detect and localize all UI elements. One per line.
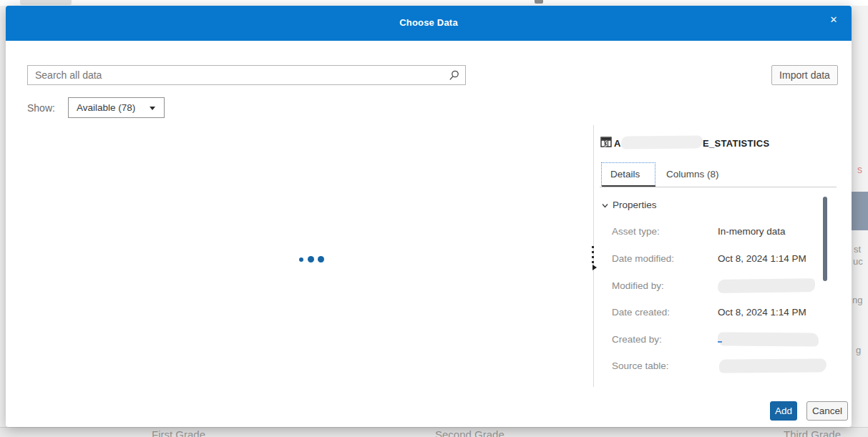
background-chart-label-third-grade: Third Grade [784, 428, 841, 437]
background-right-fragment-red: s [857, 164, 862, 175]
show-label: Show: [27, 102, 55, 114]
property-row-date-created: Date created: Oct 8, 2024 1:14 PM [612, 307, 841, 320]
close-icon[interactable]: ✕ [824, 11, 843, 29]
properties-section-header[interactable]: Properties [602, 200, 688, 212]
in-memory-table-icon [600, 137, 613, 149]
screen: First Grade Second Grade Third Grade s s… [0, 0, 868, 437]
splitter-collapse-arrow-icon[interactable] [593, 265, 597, 270]
background-top-text-fragment [535, 0, 543, 4]
loading-dot [299, 257, 303, 262]
property-value: Oct 8, 2024 1:14 PM [718, 307, 806, 318]
loading-dot [318, 256, 324, 262]
property-row-date-modified: Date modified: Oct 8, 2024 1:14 PM [612, 253, 841, 266]
dialog-title: Choose Data [6, 17, 852, 28]
background-top-strip [0, 0, 868, 6]
add-button[interactable]: Add [770, 401, 797, 421]
property-label: Date modified: [612, 253, 674, 264]
property-label: Source table: [612, 360, 669, 371]
property-row-source-table: Source table: [612, 360, 841, 373]
loading-dot [308, 256, 314, 262]
tab-details-label: Details [610, 169, 640, 180]
loading-indicator [299, 254, 332, 264]
property-label: Modified by: [612, 280, 664, 291]
background-right-fragment-3: ng [852, 295, 862, 305]
search-box [27, 65, 466, 85]
property-row-created-by: Created by: [612, 334, 841, 347]
chevron-down-icon [150, 107, 155, 110]
background-right-fragment-4: g [856, 345, 861, 355]
tab-details[interactable]: Details [601, 162, 655, 186]
tab-columns[interactable]: Columns (8) [664, 164, 728, 185]
property-row-modified-by: Modified by: [612, 280, 841, 293]
cancel-button[interactable]: Cancel [806, 401, 848, 421]
tabs-divider [600, 187, 837, 187]
redacted-value [718, 278, 815, 293]
search-icon[interactable] [449, 70, 459, 81]
property-label: Created by: [612, 334, 662, 345]
redacted-value [718, 332, 819, 346]
background-bottom-strip [0, 427, 868, 437]
property-value: In-memory data [718, 226, 786, 237]
properties-section-title: Properties [613, 200, 657, 210]
tab-columns-label: Columns (8) [666, 169, 719, 180]
chevron-down-icon [602, 202, 608, 209]
background-top-tab-fragment [20, 0, 72, 5]
property-label: Date created: [612, 307, 670, 318]
show-filter-selected-value: Available (78) [77, 102, 135, 113]
panel-scrollbar-thumb[interactable] [823, 197, 827, 281]
dataset-name-prefix: A [614, 138, 621, 149]
show-filter-dropdown[interactable]: Available (78) [68, 97, 165, 118]
choose-data-dialog: Choose Data ✕ Import data Show: Availabl… [6, 6, 852, 427]
redacted-value [719, 358, 826, 373]
dataset-name-redaction [621, 135, 703, 149]
background-right-block [852, 192, 868, 230]
property-value: Oct 8, 2024 1:14 PM [718, 253, 806, 264]
import-data-button[interactable]: Import data [771, 65, 838, 85]
property-row-asset-type: Asset type: In-memory data [612, 226, 841, 239]
background-right-fragment-2: uc [853, 256, 863, 267]
property-label: Asset type: [612, 226, 660, 237]
dialog-header: Choose Data ✕ [6, 6, 852, 41]
dataset-name-suffix: E_STATISTICS [703, 138, 769, 149]
search-input[interactable] [35, 66, 443, 84]
redaction-peek-mark [718, 341, 722, 343]
background-right-fragment-1: st [854, 244, 861, 255]
background-chart-label-first-grade: First Grade [152, 428, 205, 437]
background-chart-label-second-grade: Second Grade [435, 428, 504, 437]
